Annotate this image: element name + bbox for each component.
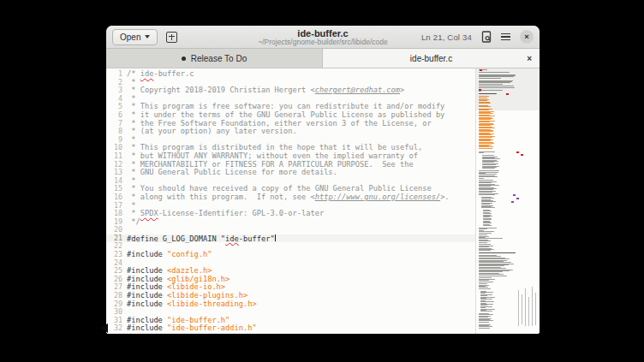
code-text: #define G_LOG_DOMAIN "ide-buffer": [127, 234, 276, 243]
minimap-texture: [532, 287, 533, 326]
tab-new-icon: [166, 32, 177, 43]
code-text: #include "config.h": [127, 251, 212, 259]
code-text: * SPDX-License-Identifier: GPL-3.0-or-la…: [127, 210, 324, 218]
chevron-down-icon: [145, 35, 150, 39]
code-line[interactable]: 32#include "ide-buffer-addin.h": [106, 324, 475, 333]
code-line[interactable]: 18 * SPDX-License-Identifier: GPL-3.0-or…: [106, 210, 475, 218]
menu-icon: [501, 33, 510, 41]
minimap-texture: [535, 293, 536, 325]
code-text: * along with this program. If not, see <…: [127, 193, 450, 202]
header-bar: Open ide-buffer.c ~/Projects/gnome-build…: [106, 26, 540, 49]
minimap-marker: [521, 154, 523, 156]
line-col-indicator: Ln 21, Col 34: [421, 33, 472, 42]
minimap-marker: [516, 198, 519, 199]
modified-dot-icon: [182, 56, 186, 61]
minimap-marker: [516, 151, 519, 153]
open-button[interactable]: Open: [112, 29, 158, 45]
open-button-label: Open: [120, 33, 140, 42]
line-number: 1: [106, 70, 127, 79]
search-document-button[interactable]: [481, 31, 492, 43]
tab-label: Release To Do: [191, 54, 247, 63]
line-number: 2: [106, 79, 127, 87]
code-line[interactable]: 3 * Copyright 2018-2019 Christian Herger…: [106, 86, 475, 95]
line-number: 4: [106, 95, 127, 104]
minimap-viewport[interactable]: [476, 68, 540, 110]
text-cursor: [275, 234, 276, 242]
line-number: 8: [106, 128, 127, 136]
code-line[interactable]: 19 */: [106, 218, 475, 227]
code-line[interactable]: 21#define G_LOG_DOMAIN "ide-buffer": [106, 234, 475, 243]
minimap-texture: [528, 297, 529, 326]
code-line[interactable]: 13 * GNU General Public License for more…: [106, 169, 475, 177]
code-text: */: [127, 218, 140, 227]
minimap-marker: [511, 201, 514, 203]
minimap-texture: [522, 294, 522, 324]
code-text: * (at your option) any later version.: [127, 128, 297, 136]
code-text: #include "ide-buffer-addin.h": [127, 324, 257, 333]
code-line[interactable]: 8 * (at your option) any later version.: [106, 128, 475, 136]
line-number: 3: [106, 86, 127, 95]
minimap[interactable]: [475, 68, 540, 334]
line-number: 32: [106, 324, 127, 333]
mouse-cursor: [100, 323, 108, 333]
minimap-marker: [513, 194, 516, 196]
code-line[interactable]: 29#include <libide-threading.h>: [106, 300, 475, 309]
line-number: 7: [106, 120, 127, 128]
minimap-texture: [525, 288, 526, 326]
line-number: 6: [106, 111, 127, 120]
document-search-icon: [481, 31, 492, 43]
tab-ide-buffer[interactable]: ide-buffer.c ×: [323, 49, 540, 68]
close-icon: ×: [524, 33, 529, 41]
builder-window: Open ide-buffer.c ~/Projects/gnome-build…: [106, 26, 540, 334]
code-line[interactable]: 1/* ide-buffer.c: [106, 70, 475, 79]
source-view[interactable]: 1/* ide-buffer.c2 *3 * Copyright 2018-20…: [106, 68, 475, 334]
code-line[interactable]: 23#include "config.h": [106, 251, 475, 259]
line-number: 5: [106, 103, 127, 111]
code-text: #include <libide-threading.h>: [127, 300, 257, 309]
menu-button[interactable]: [501, 33, 510, 41]
code-text: /* ide-buffer.c: [127, 70, 194, 79]
window-close-button[interactable]: ×: [520, 30, 534, 44]
code-text: * GNU General Public License for more de…: [127, 169, 337, 177]
minimap-texture: [518, 290, 519, 326]
code-text: * Copyright 2018-2019 Christian Hergert …: [127, 86, 404, 95]
code-line[interactable]: 16 * along with this program. If not, se…: [106, 193, 475, 202]
editor-area: 1/* ide-buffer.c2 *3 * Copyright 2018-20…: [106, 68, 540, 334]
tab-release-to-do[interactable]: Release To Do: [106, 49, 323, 68]
tab-bar: Release To Do ide-buffer.c ×: [106, 49, 540, 68]
new-tab-button[interactable]: [166, 32, 177, 43]
tab-close-button[interactable]: ×: [527, 54, 532, 63]
tab-label: ide-buffer.c: [410, 54, 452, 63]
